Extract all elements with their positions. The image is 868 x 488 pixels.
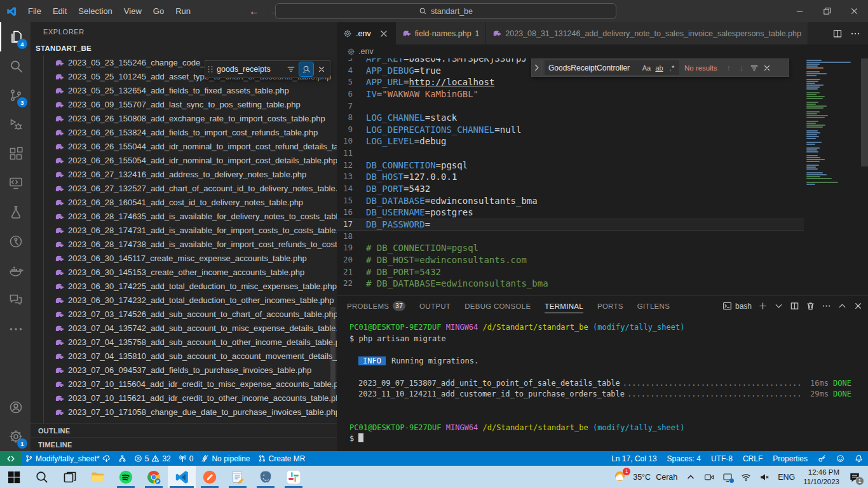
activity-extensions-icon[interactable] [0, 139, 31, 168]
branch-status[interactable]: Modify/tally_sheet* [21, 451, 114, 466]
editor-scrollbar[interactable] [861, 58, 868, 166]
command-center-search[interactable]: standart_be [275, 3, 616, 19]
key-icon[interactable] [813, 451, 831, 466]
activity-account-icon[interactable] [0, 393, 31, 422]
activity-run-debug-icon[interactable] [0, 110, 31, 139]
file-row[interactable]: 2023_07_03_174526_add_sub_account_to_cha… [31, 307, 337, 321]
match-case-toggle[interactable]: Aa [641, 62, 653, 74]
file-row[interactable]: 2023_06_26_155044_add_idr_nominal_to_imp… [31, 139, 337, 153]
fuzzy-search-icon[interactable] [299, 62, 313, 76]
file-row[interactable]: 2023_07_06_094537_add_fields_to_purchase… [31, 363, 337, 377]
activity-gitlens-icon[interactable] [0, 227, 31, 256]
activity-docker-icon[interactable] [0, 256, 31, 285]
file-row[interactable]: 2023_07_04_135742_add_sub_account_to_mis… [31, 321, 337, 335]
code-line[interactable]: 16DB_USERNAME=postgres [337, 207, 804, 219]
language-indicator[interactable]: ENG [778, 473, 795, 482]
start-button[interactable] [0, 466, 28, 488]
file-row[interactable]: 2023_06_26_150808_add_exchange_rate_to_i… [31, 111, 337, 125]
display-sync-icon[interactable] [722, 472, 733, 482]
notepad-icon[interactable] [224, 466, 252, 488]
file-row[interactable]: 2023_06_28_160541_add_cost_id_to_deliver… [31, 195, 337, 209]
eol-setting[interactable]: CRLF [738, 451, 768, 466]
shell-selector[interactable]: bash [722, 301, 752, 311]
code-line[interactable]: 20# DB_HOST=edwinconsultants.com [337, 254, 804, 266]
code-line[interactable]: 17DB_PASSWORD= [337, 219, 804, 231]
chrome-icon[interactable]: P [140, 466, 168, 488]
file-row[interactable]: 2023_07_04_135758_add_sub_account_to_oth… [31, 335, 337, 349]
code-line[interactable]: 11 [337, 147, 804, 159]
slack-icon[interactable] [280, 466, 308, 488]
find-input[interactable]: GoodsReceiptController Aa ab .* [545, 60, 679, 75]
code-line[interactable]: 6IV="WAKWAW KaMbinGBL" [337, 88, 804, 100]
maximize-panel-icon[interactable] [837, 301, 847, 311]
new-terminal-icon[interactable] [758, 301, 768, 311]
close-icon[interactable] [315, 62, 329, 76]
next-match-icon[interactable]: ↓ [735, 62, 748, 74]
split-editor-icon[interactable] [832, 29, 843, 39]
previous-match-icon[interactable]: ↑ [722, 62, 735, 74]
file-row[interactable]: 2023_06_28_174635_add_is_available_for_d… [31, 209, 337, 223]
code-line[interactable]: 8LOG_CHANNEL=stack [337, 112, 804, 124]
editor-find-widget[interactable]: GoodsReceiptController Aa ab .* No resul… [531, 58, 789, 77]
volume-muted-icon[interactable] [759, 472, 770, 482]
terminal-output[interactable]: PC01@DESKTOP-9E27DUF MINGW64 /d/Standart… [337, 316, 868, 451]
sidebar-scrollbar[interactable] [330, 307, 336, 402]
menu-file[interactable]: File [22, 0, 47, 22]
code-line[interactable]: 15DB_DATABASE=edwinconsultants_bma [337, 195, 804, 207]
code-line[interactable]: 18 [337, 231, 804, 243]
language-mode[interactable]: Properties [768, 451, 813, 466]
editor-tab-2[interactable]: field-names.php1 [396, 22, 487, 44]
wifi-icon[interactable] [741, 472, 751, 482]
file-row[interactable]: 2023_06_27_132416_add_address_to_deliver… [31, 167, 337, 181]
file-row[interactable]: 2023_06_30_145153_create_other_income_ac… [31, 265, 337, 279]
indentation-setting[interactable]: Spaces: 4 [662, 451, 706, 466]
file-row[interactable]: 2023_07_10_171058_change_due_date_to_pur… [31, 405, 337, 419]
editor-tab-3[interactable]: 2023_08_31_131246_add_delivery_note_to_s… [486, 22, 808, 44]
code-line[interactable]: 10LOG_LEVEL=debug [337, 135, 804, 147]
clock[interactable]: 12:46 PM 11/10/2023 [803, 468, 839, 486]
panel-tab-gitlens[interactable]: GITLENS [637, 296, 670, 316]
code-line[interactable]: 13DB_HOST=127.0.0.1 [337, 171, 804, 183]
file-row[interactable]: 2023_06_26_155054_add_idr_nominal_to_imp… [31, 153, 337, 167]
explorer-find-input[interactable]: goods_receipts [215, 65, 284, 74]
meet-now-icon[interactable] [704, 472, 714, 482]
file-explorer-icon[interactable] [84, 466, 112, 488]
chevron-right-icon[interactable] [532, 59, 542, 76]
remote-indicator[interactable] [0, 451, 21, 466]
code-line[interactable]: 21# DB_PORT=5432 [337, 266, 804, 278]
editor-more-icon[interactable] [850, 29, 860, 39]
file-row[interactable]: 2023_06_28_174738_add_is_available_for_i… [31, 237, 337, 251]
file-row[interactable]: 2023_06_30_174225_add_total_deduction_to… [31, 279, 337, 293]
file-row[interactable]: 2023_07_10_115621_add_idr_credit_to_othe… [31, 391, 337, 405]
ports-status[interactable]: 0 [175, 451, 198, 466]
activity-more-icon[interactable] [0, 315, 31, 344]
activity-source-control-icon[interactable]: 3 [0, 81, 31, 110]
minimap[interactable] [804, 58, 861, 295]
code-line[interactable]: 5APP_URL=http://localhost [337, 76, 804, 88]
file-row[interactable]: 2023_06_09_155707_add_last_sync_to_pos_s… [31, 97, 337, 111]
commit-graph-button[interactable] [114, 451, 130, 466]
weather-widget[interactable]: 1 35°C Cerah [613, 470, 677, 485]
panel-tab-debug-console[interactable]: DEBUG CONSOLE [465, 296, 531, 316]
code-line[interactable]: 9LOG_DEPRECATIONS_CHANNEL=null [337, 124, 804, 136]
task-view-icon[interactable] [56, 466, 84, 488]
taskbar-search-icon[interactable] [28, 466, 56, 488]
breadcrumb[interactable]: .env [337, 44, 868, 58]
kill-terminal-icon[interactable] [806, 301, 815, 311]
activity-explorer-icon[interactable]: 4 [0, 22, 31, 51]
activity-settings-gear-icon[interactable]: 1 [0, 422, 31, 451]
problems-status[interactable]: 5 32 [130, 451, 175, 466]
code-line[interactable]: 19# DB_CONNECTION=pgsql [337, 242, 804, 254]
timeline-section[interactable]: TIMELINE [31, 437, 337, 451]
filter-icon[interactable] [284, 62, 298, 76]
activity-comments-icon[interactable] [0, 285, 31, 315]
code-line[interactable]: 7 [337, 100, 804, 112]
file-row[interactable]: 2023_07_04_135810_add_sub_account_to_acc… [31, 349, 337, 363]
spotify-icon[interactable] [112, 466, 140, 488]
code-line[interactable]: 14DB_PORT=5432 [337, 183, 804, 195]
file-row[interactable]: 2023_06_26_153824_add_fields_to_import_c… [31, 125, 337, 139]
find-in-selection-icon[interactable] [748, 62, 761, 74]
panel-more-icon[interactable] [822, 301, 831, 311]
postman-icon[interactable] [196, 466, 224, 488]
file-row[interactable]: 2023_06_28_174731_add_is_available_for_i… [31, 223, 337, 237]
